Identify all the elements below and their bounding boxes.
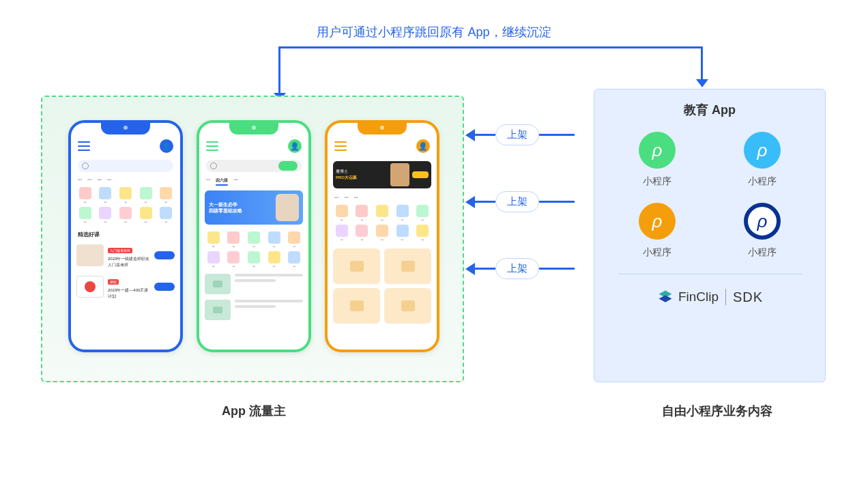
- banner-line2: 四级零基础攻略: [209, 208, 242, 214]
- miniprogram-item: ρ 小程序: [622, 132, 693, 188]
- list-thumb: [205, 300, 231, 320]
- user-avatar-icon: 👤: [416, 139, 430, 153]
- sdk-label: SDK: [733, 289, 763, 305]
- arrow-left-icon: [465, 196, 475, 208]
- user-avatar-icon: 👤: [160, 139, 173, 153]
- sdk-brand-row: FinClip SDK: [608, 288, 811, 306]
- left-panel-label: App 流量主: [222, 403, 286, 419]
- phone-mockup-blue: 👤 •••••••••••• •• •• •• •• •• •• •• •• •…: [68, 120, 183, 352]
- search-bar: [78, 160, 173, 172]
- category-tabs: •••••••••: [328, 193, 437, 202]
- badge: 课程: [108, 279, 119, 285]
- feature-icon-grid: •• •• •• •• •• •• •• •• •• ••: [328, 202, 437, 244]
- vertical-divider: [725, 289, 726, 305]
- content-grid: [328, 244, 437, 328]
- course-title: 2023年一级建造师职名人门基考班: [108, 256, 150, 268]
- finclip-logo-icon: [656, 288, 674, 306]
- phone-notch: [229, 122, 278, 134]
- course-title: 2023年一建—400天课计划: [108, 287, 150, 300]
- section-title: 精选好课: [71, 227, 180, 240]
- top-arrow-right-segment: [701, 46, 703, 81]
- right-panel-label: 自由小程序业务内容: [662, 403, 772, 419]
- arrow-label: 上架: [495, 124, 539, 145]
- phone-notch: [101, 122, 150, 134]
- content-cell: [384, 248, 431, 284]
- search-action: [278, 161, 298, 171]
- right-app-panel: 教育 App ρ 小程序 ρ 小程序 ρ 小程序 ρ 小程序 FinClip S…: [594, 89, 826, 382]
- promo-banner: 雁博士 PRO大召募: [333, 161, 431, 188]
- list-item: [199, 297, 308, 323]
- top-arrow-left-segment: [278, 46, 280, 96]
- miniprogram-label: 小程序: [643, 175, 671, 188]
- feature-icon-grid: •• •• •• •• •• •• •• •• •• ••: [71, 184, 180, 227]
- user-avatar-icon: 👤: [288, 139, 302, 153]
- course-card: 课程 2023年一建—400天课计划: [71, 271, 180, 302]
- banner-line2: PRO大召募: [336, 175, 357, 181]
- publish-arrow: 上架: [465, 191, 575, 212]
- finclip-brand-text: FinClip: [678, 289, 719, 304]
- miniprogram-item: ρ 小程序: [727, 132, 798, 188]
- tab-active: 四六级: [216, 178, 228, 184]
- phone-mockup-green: 👤 •••四六级••• 大一新生必学 四级零基础攻略 •• •• •• •• •…: [197, 120, 311, 352]
- list-thumb: [205, 274, 231, 294]
- top-flow-label: 用户可通过小程序跳回原有 App，继续沉淀: [317, 24, 551, 40]
- miniprogram-item: ρ 小程序: [727, 203, 798, 259]
- right-panel-title: 教育 App: [608, 102, 811, 118]
- search-icon: [210, 162, 217, 169]
- category-tabs: ••••••••••••: [71, 175, 180, 184]
- course-thumbnail: [76, 276, 104, 298]
- content-cell: [333, 288, 380, 324]
- course-thumbnail: [76, 244, 104, 266]
- miniprogram-item: ρ 小程序: [622, 203, 693, 259]
- category-tabs: •••四六级•••: [199, 175, 308, 186]
- menu-icon: [334, 141, 347, 151]
- banner-cta: [412, 171, 429, 178]
- banner-line1: 雁博士: [336, 169, 357, 175]
- top-arrow-right-head-icon: [696, 79, 708, 87]
- promo-banner: 大一新生必学 四级零基础攻略: [205, 190, 303, 225]
- banner-line1: 大一新生必学: [209, 201, 242, 208]
- publish-arrow: 上架: [465, 258, 575, 279]
- banner-portrait: [276, 194, 299, 221]
- miniprogram-grid: ρ 小程序 ρ 小程序 ρ 小程序 ρ 小程序: [608, 132, 811, 259]
- finclip-logo: FinClip: [656, 288, 719, 306]
- feature-icon-grid: •• •• •• •• •• •• •• •• •• ••: [199, 229, 308, 271]
- content-cell: [333, 248, 380, 284]
- search-icon: [82, 162, 89, 169]
- content-cell: [384, 288, 431, 324]
- menu-icon: [206, 141, 218, 151]
- enroll-button: [154, 251, 175, 259]
- miniprogram-label: 小程序: [748, 246, 777, 259]
- publish-arrow: 上架: [465, 124, 575, 145]
- phone-mockup-orange: 👤 雁博士 PRO大召募 ••••••••• •• •• •• •• •• ••…: [325, 120, 439, 352]
- miniprogram-icon: ρ: [639, 203, 676, 240]
- enroll-button: [154, 283, 175, 291]
- list-item: [199, 271, 308, 297]
- menu-icon: [78, 141, 90, 151]
- course-card: 入门基考班班 2023年一级建造师职名人门基考班: [71, 240, 180, 271]
- arrow-label: 上架: [495, 258, 539, 279]
- miniprogram-label: 小程序: [643, 246, 671, 259]
- arrow-left-icon: [465, 263, 475, 275]
- miniprogram-icon: ρ: [639, 132, 676, 169]
- arrow-label: 上架: [495, 191, 539, 212]
- search-bar: [206, 160, 302, 172]
- miniprogram-icon: ρ: [744, 203, 781, 240]
- miniprogram-label: 小程序: [748, 175, 777, 188]
- miniprogram-icon: ρ: [744, 132, 781, 169]
- divider: [618, 274, 802, 274]
- arrow-left-icon: [465, 129, 475, 141]
- banner-portrait: [390, 163, 409, 186]
- top-arrow-horizontal: [280, 46, 703, 48]
- badge: 入门基考班班: [108, 248, 132, 253]
- phone-notch: [358, 122, 407, 134]
